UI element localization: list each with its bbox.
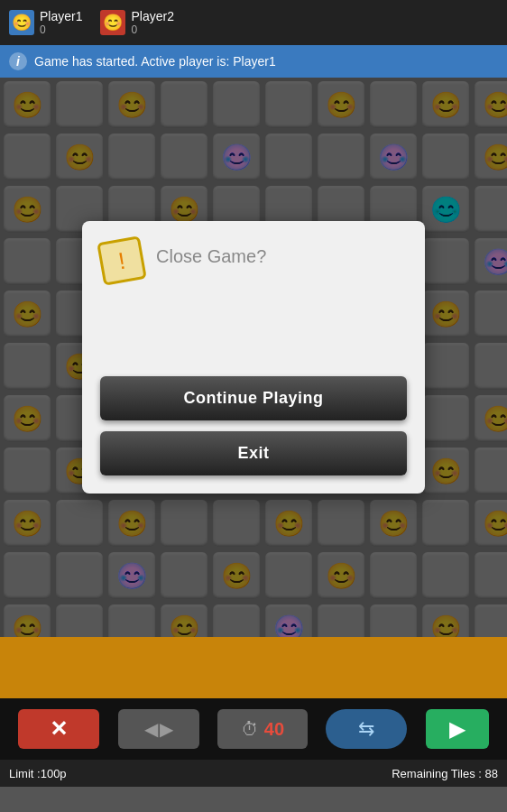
timer-button[interactable]: ⏱ 40: [217, 709, 308, 749]
info-message: Game has started. Active player is: Play…: [34, 54, 276, 69]
swap-button[interactable]: ⇆: [326, 709, 407, 749]
dialog-overlay[interactable]: ! Close Game? Continue Playing Exit: [0, 78, 507, 637]
play-button[interactable]: ▶: [426, 709, 489, 749]
player2-info: 😊 Player2 0: [100, 9, 173, 36]
timer-value: 40: [264, 719, 284, 740]
swap-icon: ⇆: [358, 717, 374, 741]
player1-info: 😊 Player1 0: [9, 9, 82, 36]
timer-icon: ⏱: [241, 719, 259, 740]
dialog-header: ! Close Game?: [100, 239, 407, 282]
shuffle-right-icon: ▶: [160, 718, 173, 740]
remaining-tiles-text: Remaining Tiles : 88: [392, 767, 498, 780]
top-bar: 😊 Player1 0 😊 Player2 0: [0, 0, 507, 45]
player1-score: 0: [40, 23, 82, 36]
shuffle-button[interactable]: ◀ ▶: [118, 709, 199, 749]
player1-avatar: 😊: [9, 10, 34, 35]
info-icon: i: [9, 52, 27, 70]
game-board[interactable]: 😊😊😊😊😊😊😊😊😊😊😊😊😊😊😊😊😊😊😊😊😊😊😊😊😊😊😊😊😊😊😊😊😊😊😊😊😊😊😊😊…: [0, 78, 507, 637]
play-icon: ▶: [449, 716, 466, 742]
delete-icon: ✕: [50, 716, 68, 742]
player2-score: 0: [131, 23, 173, 36]
shuffle-left-icon: ◀: [144, 718, 158, 740]
letter-tray: [0, 637, 507, 698]
player2-name: Player2: [131, 9, 173, 23]
close-game-dialog: ! Close Game? Continue Playing Exit: [82, 221, 425, 494]
warning-icon: !: [97, 235, 147, 286]
continue-playing-button[interactable]: Continue Playing: [100, 376, 407, 420]
exit-button[interactable]: Exit: [100, 431, 407, 475]
player2-avatar: 😊: [100, 10, 125, 35]
dialog-title: Close Game?: [156, 239, 266, 267]
player1-name: Player1: [40, 9, 82, 23]
status-bar: Limit :100p Remaining Tiles : 88: [0, 760, 507, 787]
info-bar: i Game has started. Active player is: Pl…: [0, 45, 507, 78]
limit-text: Limit :100p: [9, 767, 67, 780]
delete-button[interactable]: ✕: [18, 709, 99, 749]
dialog-body: [100, 293, 407, 365]
bottom-controls: ✕ ◀ ▶ ⏱ 40 ⇆ ▶: [0, 698, 507, 760]
